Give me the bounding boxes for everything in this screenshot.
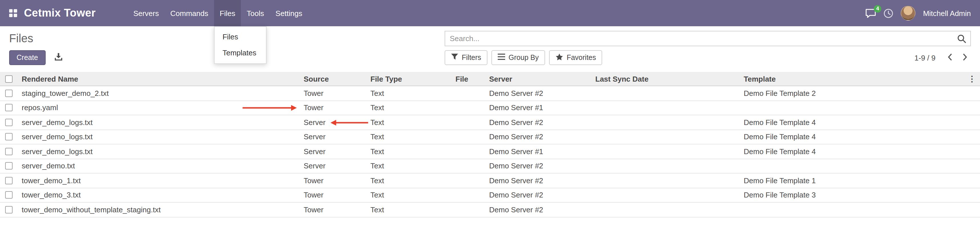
cell-server: Demo Server #2 xyxy=(487,205,593,214)
cell-source: Tower xyxy=(301,205,368,214)
table-row[interactable]: tower_demo_1.txtTowerTextDemo Server #2D… xyxy=(0,173,980,188)
row-checkbox[interactable] xyxy=(5,119,13,126)
column-header-server[interactable]: Server xyxy=(487,75,593,83)
export-button[interactable] xyxy=(51,50,66,65)
filter-row: Filters Group By Favorites 1-9 / 9 xyxy=(445,50,971,65)
cell-file-type: Text xyxy=(368,133,453,141)
cell-file-type: Text xyxy=(368,103,453,112)
row-checkbox[interactable] xyxy=(5,206,13,213)
dropdown-item-templates[interactable]: Templates xyxy=(215,45,266,61)
cell-file-type: Text xyxy=(368,162,453,170)
row-checkbox[interactable] xyxy=(5,192,13,199)
cell-name: repos.yaml xyxy=(19,103,301,112)
cell-server: Demo Server #2 xyxy=(487,191,593,200)
menu-tools[interactable]: Tools xyxy=(241,0,270,26)
pager-next-button[interactable] xyxy=(958,50,971,65)
cell-source: Tower xyxy=(301,191,368,200)
menu-files-label: Files xyxy=(220,9,235,17)
table-row[interactable]: repos.yamlTowerTextDemo Server #1 xyxy=(0,101,980,115)
row-checkbox[interactable] xyxy=(5,90,13,97)
pager-value: 1-9 / 9 xyxy=(914,53,935,62)
user-avatar[interactable] xyxy=(900,6,915,21)
control-panel: Files Create Filters xyxy=(0,26,980,72)
messages-icon[interactable]: 4 xyxy=(865,8,876,18)
cell-template: Demo File Template 4 xyxy=(741,147,980,156)
table-row[interactable]: server_demo.txtServerTextDemo Server #2 xyxy=(0,159,980,173)
search-input[interactable] xyxy=(445,32,970,46)
cell-name: server_demo_logs.txt xyxy=(19,147,301,156)
table-row[interactable]: tower_demo_3.txtTowerTextDemo Server #2D… xyxy=(0,188,980,203)
page-title: Files xyxy=(9,32,33,45)
cell-server: Demo Server #1 xyxy=(487,147,593,156)
filters-button[interactable]: Filters xyxy=(445,50,487,65)
menu-files[interactable]: Files Files Templates xyxy=(214,0,241,26)
app-root: Cetmix Tower Servers Commands Files File… xyxy=(0,0,980,238)
row-checkbox[interactable] xyxy=(5,148,13,155)
cell-template: Demo File Template 2 xyxy=(741,89,980,98)
cell-name: tower_demo_3.txt xyxy=(19,191,301,200)
filters-label: Filters xyxy=(462,54,481,62)
column-header-source[interactable]: Source xyxy=(301,75,368,83)
cell-name: tower_demo_without_template_staging.txt xyxy=(19,205,301,214)
app-title: Cetmix Tower xyxy=(24,7,95,19)
cell-server: Demo Server #2 xyxy=(487,176,593,185)
cp-buttons: Create xyxy=(9,50,66,65)
cell-source: Tower xyxy=(301,89,368,98)
row-checkbox[interactable] xyxy=(5,162,13,170)
cell-name: server_demo.txt xyxy=(19,162,301,170)
filter-funnel-icon xyxy=(451,53,458,62)
table-header: Rendered Name Source File Type File Serv… xyxy=(0,72,980,86)
table-body: staging_tower_demo_2.txtTowerTextDemo Se… xyxy=(0,86,980,217)
cell-file-type: Text xyxy=(368,118,453,127)
cell-file-type: Text xyxy=(368,147,453,156)
pager-previous-button[interactable] xyxy=(943,50,956,65)
cell-server: Demo Server #2 xyxy=(487,162,593,170)
top-menubar: Cetmix Tower Servers Commands Files File… xyxy=(0,0,980,26)
cell-name: server_demo_logs.txt xyxy=(19,118,301,127)
menu-settings[interactable]: Settings xyxy=(270,0,308,26)
cell-file-type: Text xyxy=(368,205,453,214)
cell-source: Tower xyxy=(301,176,368,185)
groupby-button[interactable]: Group By xyxy=(492,50,545,65)
cell-source: Server xyxy=(301,162,368,170)
groupby-label: Group By xyxy=(509,54,539,62)
chevron-left-icon xyxy=(947,53,952,62)
column-header-last-sync-date[interactable]: Last Sync Date xyxy=(593,75,741,83)
table-row[interactable]: staging_tower_demo_2.txtTowerTextDemo Se… xyxy=(0,86,980,101)
column-header-template[interactable]: Template xyxy=(741,75,980,83)
column-header-file[interactable]: File xyxy=(453,75,487,83)
optional-columns-icon[interactable]: ⋮ xyxy=(968,74,976,84)
activities-clock-icon[interactable] xyxy=(883,8,893,18)
cell-file-type: Text xyxy=(368,191,453,200)
column-header-file-type[interactable]: File Type xyxy=(368,75,453,83)
row-checkbox[interactable] xyxy=(5,177,13,184)
table-row[interactable]: tower_demo_without_template_staging.txtT… xyxy=(0,203,980,217)
cell-server: Demo Server #2 xyxy=(487,118,593,127)
favorites-label: Favorites xyxy=(567,54,596,62)
select-all-checkbox[interactable] xyxy=(5,75,13,83)
dropdown-item-files[interactable]: Files xyxy=(215,29,266,45)
cell-name: tower_demo_1.txt xyxy=(19,176,301,185)
cell-file-type: Text xyxy=(368,176,453,185)
row-checkbox[interactable] xyxy=(5,133,13,141)
user-name[interactable]: Mitchell Admin xyxy=(923,9,971,17)
table-row[interactable]: server_demo_logs.txtServerTextDemo Serve… xyxy=(0,130,980,144)
table-row[interactable]: server_demo_logs.txtServerTextDemo Serve… xyxy=(0,144,980,159)
search-icon[interactable] xyxy=(957,34,966,46)
favorites-button[interactable]: Favorites xyxy=(549,50,603,65)
cell-server: Demo Server #1 xyxy=(487,103,593,112)
cell-file-type: Text xyxy=(368,89,453,98)
cell-source: Server xyxy=(301,133,368,141)
menu-commands[interactable]: Commands xyxy=(165,0,214,26)
cell-source: Tower xyxy=(301,103,368,112)
row-checkbox[interactable] xyxy=(5,104,13,111)
create-button[interactable]: Create xyxy=(9,50,45,65)
cell-server: Demo Server #2 xyxy=(487,89,593,98)
table-row[interactable]: server_demo_logs.txtServerTextDemo Serve… xyxy=(0,115,980,130)
apps-grid-icon[interactable] xyxy=(9,9,17,17)
column-header-rendered-name[interactable]: Rendered Name xyxy=(19,75,301,83)
message-count-badge: 4 xyxy=(874,5,881,12)
cell-template: Demo File Template 4 xyxy=(741,118,980,127)
menu-servers[interactable]: Servers xyxy=(127,0,165,26)
pager: 1-9 / 9 xyxy=(914,50,971,65)
